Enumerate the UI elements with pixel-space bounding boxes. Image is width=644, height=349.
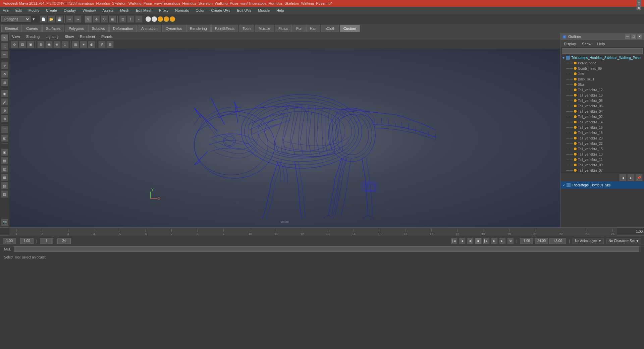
prev-frame-button[interactable]: ◄ xyxy=(459,238,466,244)
shadows-btn[interactable]: ◐ xyxy=(88,41,95,48)
outliner-item[interactable]: — — Tail_vertebra_10 xyxy=(560,93,644,98)
timeline-track[interactable]: 123456789101112131415161718192021222324 xyxy=(9,228,617,236)
timeline-tick-21[interactable]: 21 xyxy=(533,228,537,236)
outliner-item[interactable]: — — Back_skull xyxy=(560,76,644,82)
tab-fluids[interactable]: Fluids xyxy=(275,25,292,32)
outliner-item[interactable]: — — Tail_vertebra_02 xyxy=(560,114,644,119)
flat-shade-btn[interactable]: ◈ xyxy=(53,41,61,48)
menu-item-muscle[interactable]: Muscle xyxy=(257,8,271,13)
outliner-scroll-left[interactable]: ◄ xyxy=(619,174,627,181)
render-view-lt[interactable]: ▦ xyxy=(1,174,8,181)
hud-btn[interactable]: ⊟ xyxy=(106,41,114,48)
snap-grid-button[interactable]: ⊡ xyxy=(119,15,126,23)
move-tool-button[interactable]: ✛ xyxy=(93,15,100,23)
hyper-shade-lt[interactable]: ▧ xyxy=(1,182,8,189)
film-gate-btn[interactable]: ⊡ xyxy=(19,41,26,48)
timeline-tick-18[interactable]: 18 xyxy=(456,228,459,236)
undo-button[interactable]: ↩ xyxy=(66,15,73,23)
outliner-item[interactable]: — — Tail_vertebra_16 xyxy=(560,125,644,130)
panels-menu[interactable]: Panels xyxy=(100,34,114,39)
timeline-tick-23[interactable]: 23 xyxy=(585,228,589,236)
menu-item-edit uvs[interactable]: Edit UVs xyxy=(235,8,253,13)
menu-item-assets[interactable]: Assets xyxy=(101,8,115,13)
menu-item-help[interactable]: Help xyxy=(275,8,285,13)
tab-hair[interactable]: Hair xyxy=(306,25,320,32)
range-start-input[interactable] xyxy=(520,238,533,244)
snap-point-button[interactable]: • xyxy=(135,15,143,23)
outliner-item[interactable]: — — Jaw xyxy=(560,71,644,76)
polygon-dropdown[interactable]: Polygons Objects Components xyxy=(1,16,31,22)
outliner-item[interactable]: — — Tail_vertebra_18 xyxy=(560,130,644,135)
timeline-tick-1[interactable]: 1 xyxy=(15,228,17,236)
tab-dynamics[interactable]: Dynamics xyxy=(162,25,185,32)
lighting-btn[interactable]: ☀ xyxy=(80,41,87,48)
outliner-item[interactable]: — — Tail_vertebra_06 xyxy=(560,103,644,109)
timeline-tick-9[interactable]: 9 xyxy=(223,228,224,236)
outliner-minimize[interactable]: — xyxy=(625,34,630,39)
outliner-item[interactable]: — — Comb_head_09 xyxy=(560,66,644,71)
range-end-input[interactable] xyxy=(535,238,548,244)
soft-mod-lt[interactable]: ◉ xyxy=(1,90,8,97)
outliner-item[interactable]: — — Tail_vertebra_12 xyxy=(560,87,644,93)
outliner-pin[interactable]: 📌 xyxy=(635,174,643,181)
tab-custom[interactable]: Custom xyxy=(340,25,360,32)
frame-input[interactable] xyxy=(40,238,53,244)
range-end2-input[interactable] xyxy=(549,238,566,244)
lighting-menu[interactable]: Lighting xyxy=(44,34,60,39)
menu-item-edit[interactable]: Edit xyxy=(14,8,23,13)
move-lt[interactable]: ✛ xyxy=(1,62,8,69)
outliner-item[interactable]: — — Tail_vertebra_11 xyxy=(560,157,644,162)
paint-effects-lt[interactable]: ▨ xyxy=(1,190,8,198)
timeline-tick-2[interactable]: 2 xyxy=(41,228,43,236)
menu-item-color[interactable]: Color xyxy=(194,8,206,13)
outliner-item[interactable]: — — Tail_vertebra_15 xyxy=(560,146,644,152)
menu-item-proxy[interactable]: Proxy xyxy=(158,8,170,13)
scale-lt[interactable]: ⊞ xyxy=(1,79,8,86)
texture-btn[interactable]: ▤ xyxy=(72,41,79,48)
menu-item-display[interactable]: Display xyxy=(62,8,77,13)
rotate-lt[interactable]: ↻ xyxy=(1,70,8,78)
resolution-gate-btn[interactable]: ▣ xyxy=(27,41,34,48)
shading-menu[interactable]: Shading xyxy=(25,34,41,39)
next-frame-button[interactable]: ► xyxy=(491,238,498,244)
scale-tool-button[interactable]: ⊞ xyxy=(109,15,116,23)
show-menu[interactable]: Show xyxy=(63,34,75,39)
outliner-item[interactable]: — — Tail_vertebra_09 xyxy=(560,162,644,168)
menu-item-edit mesh[interactable]: Edit Mesh xyxy=(135,8,154,13)
menu-item-normals[interactable]: Normals xyxy=(174,8,190,13)
redo-button[interactable]: ↪ xyxy=(74,15,82,23)
outliner-scroll-right[interactable]: ► xyxy=(627,174,635,181)
timeline-tick-16[interactable]: 16 xyxy=(404,228,407,236)
wire-lt[interactable]: ⊠ xyxy=(1,115,8,122)
menu-item-window[interactable]: Window xyxy=(81,8,97,13)
outliner-item[interactable]: — — Tail_vertebra_13 xyxy=(560,152,644,157)
character-set-selector[interactable]: No Character Set ▼ xyxy=(606,238,641,244)
outliner-search-input[interactable] xyxy=(562,48,643,54)
play-back-button[interactable]: ◄| xyxy=(467,238,474,244)
view-menu[interactable]: View xyxy=(11,34,21,39)
current-frame-input[interactable] xyxy=(3,238,16,244)
outliner-display-menu[interactable]: Display xyxy=(562,41,577,47)
rotate-tool-button[interactable]: ↻ xyxy=(101,15,108,23)
open-scene-button[interactable]: 📂 xyxy=(48,15,55,23)
timeline-tick-14[interactable]: 14 xyxy=(352,228,356,236)
tab-polygons[interactable]: Polygons xyxy=(65,25,87,32)
ipr-lt[interactable]: ▤ xyxy=(1,157,8,164)
stop-button[interactable]: ■ xyxy=(475,238,482,244)
outliner-maximize[interactable]: □ xyxy=(631,34,636,39)
tab-painteffects[interactable]: PaintEffects xyxy=(211,25,238,32)
outliner-close[interactable]: ✕ xyxy=(637,34,642,39)
timeline-tick-12[interactable]: 12 xyxy=(300,228,304,236)
new-scene-button[interactable]: 📄 xyxy=(40,15,47,23)
render-lt[interactable]: ▣ xyxy=(1,149,8,156)
menu-item-file[interactable]: File xyxy=(1,8,10,13)
fps-input[interactable] xyxy=(20,238,34,244)
select-tool-button[interactable]: ↖ xyxy=(85,15,92,23)
renderer-menu[interactable]: Renderer xyxy=(78,34,97,39)
save-scene-button[interactable]: 💾 xyxy=(56,15,63,23)
tab-toon[interactable]: Toon xyxy=(239,25,254,32)
menu-item-mesh[interactable]: Mesh xyxy=(119,8,130,13)
smooth-shade-btn[interactable]: ◉ xyxy=(45,41,53,48)
timeline-tick-6[interactable]: 6 xyxy=(145,228,147,236)
lasso-tool[interactable]: ⊂ xyxy=(1,43,8,50)
